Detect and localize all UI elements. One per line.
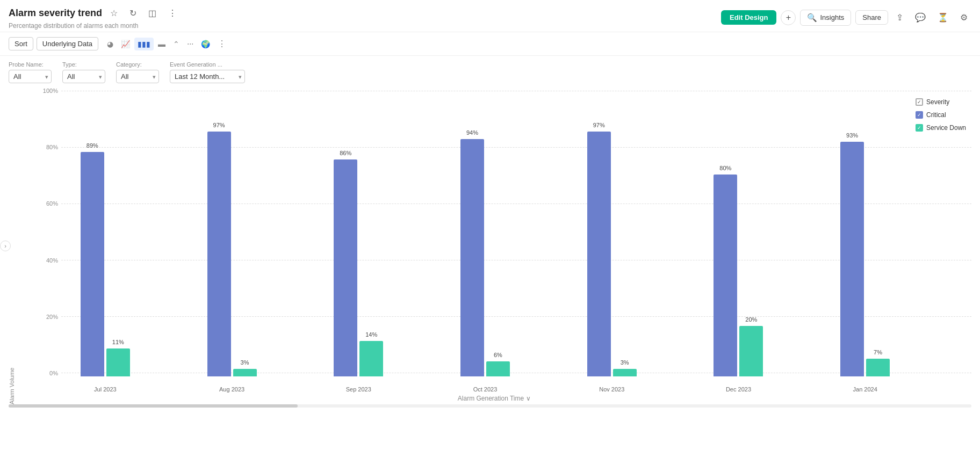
service-down-legend-label: Service Down bbox=[926, 124, 966, 132]
insights-label: Insights bbox=[820, 13, 844, 21]
more-options-button[interactable]: ⋮ bbox=[164, 5, 181, 21]
bar-group-Dec-2023: 80%20% bbox=[711, 175, 765, 376]
scroll-thumb[interactable] bbox=[9, 404, 298, 408]
critical-bar-label: 89% bbox=[87, 142, 98, 149]
pie-chart-button[interactable]: ◕ bbox=[104, 38, 117, 50]
service-bar-label: 14% bbox=[365, 331, 377, 338]
y-axis-label: Alarm Volume bbox=[9, 88, 15, 404]
clock-button[interactable]: ⏳ bbox=[934, 10, 952, 25]
area-chart-button[interactable]: ⌃ bbox=[170, 38, 183, 50]
legend-critical: ✓ Critical bbox=[916, 111, 966, 119]
category-select[interactable]: All bbox=[116, 70, 159, 83]
critical-bar: 86% bbox=[334, 159, 357, 376]
page-subtitle: Percentage distribution of alarms each m… bbox=[9, 22, 181, 30]
critical-bar: 97% bbox=[587, 132, 611, 376]
critical-bar: 89% bbox=[81, 152, 104, 376]
comment-button[interactable]: 💬 bbox=[911, 10, 929, 25]
bar-group-Nov-2023: 97%3% bbox=[585, 132, 639, 376]
title-area: Alarm severity trend ☆ ↻ ◫ ⋮ Percentage … bbox=[9, 5, 181, 30]
sort-button[interactable]: Sort bbox=[9, 37, 33, 50]
edit-design-button[interactable]: Edit Design bbox=[721, 10, 777, 25]
event-generation-select[interactable]: Last 12 Month... bbox=[170, 70, 245, 83]
settings-button[interactable]: ⚙ bbox=[956, 10, 971, 25]
insights-button[interactable]: 🔍 Insights bbox=[800, 10, 851, 26]
refresh-button[interactable]: ↻ bbox=[126, 5, 140, 21]
filter-bar: Probe Name: All Type: All Category: All … bbox=[0, 56, 980, 88]
bar-group-Oct-2023: 94%6% bbox=[458, 139, 512, 376]
category-filter: Category: All bbox=[116, 61, 159, 83]
critical-legend-label: Critical bbox=[926, 111, 946, 119]
service-bar: 3% bbox=[233, 369, 257, 376]
service-bar: 20% bbox=[739, 326, 763, 376]
bars-wrapper: 89%11%97%3%86%14%94%6%97%3%80%20%93%7% bbox=[42, 88, 928, 376]
type-filter: Type: All bbox=[62, 61, 105, 83]
legend-severity: ✓ Severity bbox=[916, 98, 966, 106]
bar-group-Jan-2024: 93%7% bbox=[838, 142, 892, 376]
service-bar: 14% bbox=[359, 341, 383, 376]
header-actions: Edit Design + 🔍 Insights Share ⇪ 💬 ⏳ ⚙ bbox=[721, 10, 971, 26]
chart-inner: 100% 80% 60% 40% 20% bbox=[17, 88, 971, 393]
service-bar-label: 11% bbox=[112, 339, 124, 345]
probe-name-select[interactable]: All bbox=[9, 70, 52, 83]
severity-legend-label: Severity bbox=[926, 98, 949, 106]
critical-bar-label: 94% bbox=[466, 129, 478, 136]
insights-icon: 🔍 bbox=[807, 13, 817, 23]
event-generation-label: Event Generation ... bbox=[170, 61, 245, 68]
service-down-legend-icon: ✓ bbox=[916, 124, 923, 132]
column-chart-button[interactable]: ▬ bbox=[155, 38, 169, 50]
critical-bar: 80% bbox=[714, 175, 737, 376]
critical-bar-label: 86% bbox=[340, 150, 351, 156]
type-label: Type: bbox=[62, 61, 105, 68]
map-chart-button[interactable]: 🌍 bbox=[198, 38, 213, 50]
bar-chart-button[interactable]: ▮▮▮ bbox=[134, 38, 154, 50]
add-button[interactable]: + bbox=[781, 10, 796, 25]
bar-pair: 97%3% bbox=[205, 132, 259, 376]
bar-pair: 86%14% bbox=[332, 159, 385, 376]
chart-more-button[interactable]: ⋮ bbox=[214, 37, 229, 51]
scatter-chart-button[interactable]: ⋅⋅⋅ bbox=[184, 38, 197, 50]
service-bar-label: 20% bbox=[745, 316, 757, 323]
service-bar: 3% bbox=[613, 369, 637, 376]
share-button[interactable]: Share bbox=[855, 10, 888, 25]
critical-legend-icon: ✓ bbox=[916, 111, 923, 119]
page-title: Alarm severity trend bbox=[9, 8, 102, 19]
type-select[interactable]: All bbox=[62, 70, 105, 83]
service-bar-label: 3% bbox=[241, 359, 249, 366]
service-bar-label: 7% bbox=[874, 349, 882, 355]
service-bar: 11% bbox=[106, 348, 130, 376]
horizontal-scrollbar[interactable] bbox=[9, 404, 971, 408]
star-button[interactable]: ☆ bbox=[106, 5, 121, 21]
chart-legend: ✓ Severity ✓ Critical ✓ Service Down bbox=[916, 98, 966, 132]
legend-service-down: ✓ Service Down bbox=[916, 124, 966, 132]
service-bar-label: 6% bbox=[494, 352, 502, 358]
x-label-Jul-2023: Jul 2023 bbox=[42, 386, 169, 393]
x-axis-text: Alarm Generation Time bbox=[458, 395, 524, 402]
bar-group-Sep-2023: 86%14% bbox=[332, 159, 385, 376]
x-label-Jan-2024: Jan 2024 bbox=[802, 386, 928, 393]
bar-pair: 94%6% bbox=[458, 139, 512, 376]
critical-bar: 93% bbox=[840, 142, 864, 376]
critical-bar: 97% bbox=[207, 132, 231, 376]
bar-pair: 89%11% bbox=[78, 152, 132, 376]
critical-bar-label: 93% bbox=[846, 132, 858, 139]
service-bar: 7% bbox=[866, 359, 890, 376]
underlying-data-button[interactable]: Underlying Data bbox=[37, 37, 98, 50]
chart-area: 100% 80% 60% 40% 20% bbox=[17, 88, 971, 404]
category-label: Category: bbox=[116, 61, 159, 68]
chart-container: › Alarm Volume 100% 80% 60% 40% bbox=[0, 88, 980, 404]
bar-pair: 97%3% bbox=[585, 132, 639, 376]
chart-toolbar: Sort Underlying Data ◕ 📈 ▮▮▮ ▬ ⌃ ⋅⋅⋅ 🌍 ⋮ bbox=[0, 32, 980, 56]
critical-bar: 94% bbox=[460, 139, 484, 376]
line-chart-button[interactable]: 📈 bbox=[118, 38, 133, 50]
x-label-Oct-2023: Oct 2023 bbox=[422, 386, 549, 393]
x-label-Nov-2023: Nov 2023 bbox=[549, 386, 675, 393]
bar-group-Jul-2023: 89%11% bbox=[78, 152, 132, 376]
x-labels: Jul 2023Aug 2023Sep 2023Oct 2023Nov 2023… bbox=[42, 386, 928, 393]
export-button[interactable]: ⇪ bbox=[892, 10, 907, 25]
severity-legend-icon: ✓ bbox=[916, 98, 923, 106]
probe-name-filter: Probe Name: All bbox=[9, 61, 52, 83]
x-label-Aug-2023: Aug 2023 bbox=[169, 386, 296, 393]
x-label-Sep-2023: Sep 2023 bbox=[295, 386, 422, 393]
table-button[interactable]: ◫ bbox=[145, 5, 160, 21]
service-bar: 6% bbox=[486, 361, 510, 376]
